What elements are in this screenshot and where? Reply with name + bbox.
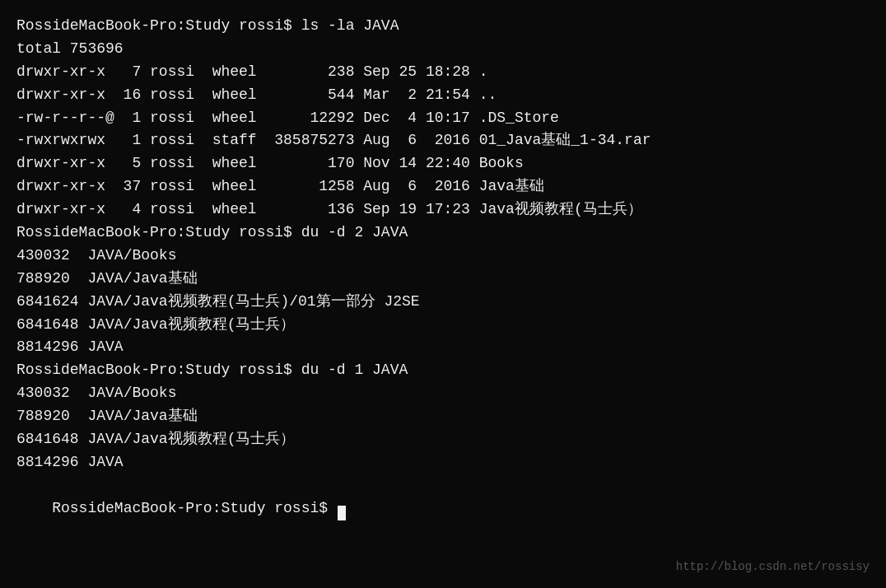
line-5: -rw-r--r--@ 1 rossi wheel 12292 Dec 4 10… — [16, 107, 870, 130]
line-3: drwxr-xr-x 7 rossi wheel 238 Sep 25 18:2… — [16, 61, 870, 84]
line-21: RossideMacBook-Pro:Study rossi$ — [16, 474, 870, 544]
terminal-container: RossideMacBook-Pro:Study rossi$ ls -la J… — [16, 15, 870, 543]
line-13: 6841624 JAVA/Java视频教程(马士兵)/01第一部分 J2SE — [16, 291, 870, 314]
line-1: RossideMacBook-Pro:Study rossi$ ls -la J… — [16, 15, 870, 38]
line-20: 8814296 JAVA — [16, 451, 870, 474]
line-15: 8814296 JAVA — [16, 336, 870, 359]
watermark: http://blog.csdn.net/rossisy — [676, 560, 870, 573]
line-2: total 753696 — [16, 38, 870, 61]
line-14: 6841648 JAVA/Java视频教程(马士兵） — [16, 314, 870, 337]
line-17: 430032 JAVA/Books — [16, 382, 870, 405]
line-11: 430032 JAVA/Books — [16, 245, 870, 268]
line-9: drwxr-xr-x 4 rossi wheel 136 Sep 19 17:2… — [16, 198, 870, 222]
line-16: RossideMacBook-Pro:Study rossi$ du -d 1 … — [16, 359, 870, 382]
prompt-text: RossideMacBook-Pro:Study rossi$ — [52, 500, 337, 516]
cursor-icon — [338, 506, 346, 520]
line-4: drwxr-xr-x 16 rossi wheel 544 Mar 2 21:5… — [16, 84, 870, 107]
line-12: 788920 JAVA/Java基础 — [16, 268, 870, 291]
line-18: 788920 JAVA/Java基础 — [16, 405, 870, 428]
line-6: -rwxrwxrwx 1 rossi staff 385875273 Aug 6… — [16, 129, 870, 152]
line-8: drwxr-xr-x 37 rossi wheel 1258 Aug 6 201… — [16, 175, 870, 198]
line-7: drwxr-xr-x 5 rossi wheel 170 Nov 14 22:4… — [16, 152, 870, 175]
line-19: 6841648 JAVA/Java视频教程(马士兵） — [16, 428, 870, 451]
line-10: RossideMacBook-Pro:Study rossi$ du -d 2 … — [16, 222, 870, 245]
